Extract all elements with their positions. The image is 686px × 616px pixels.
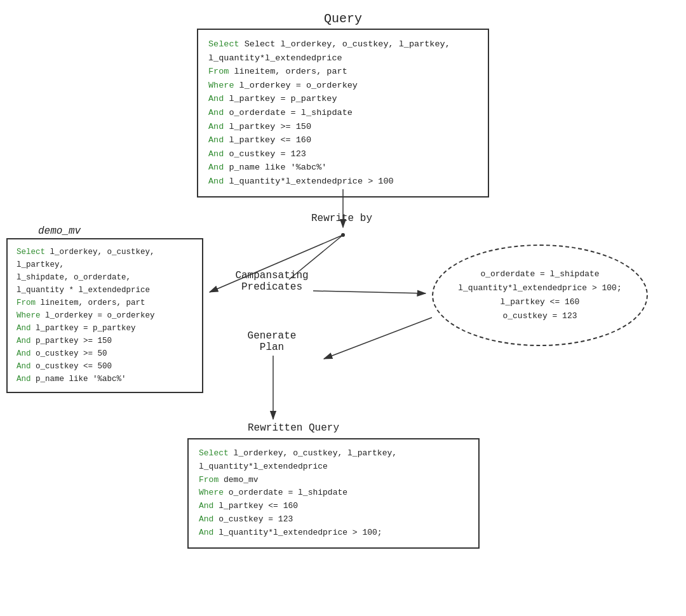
rq-line-3: From demo_mv [199, 474, 468, 487]
ellipse-line-1: o_orderdate = l_shipdate [458, 267, 621, 281]
kw-select: Select [208, 39, 245, 49]
demomv-label: demo_mv [38, 225, 81, 237]
rewritten-query-box: Select l_orderkey, o_custkey, l_partkey,… [187, 438, 480, 549]
svg-line-3 [313, 291, 426, 293]
rq-line-1: Select l_orderkey, o_custkey, l_partkey, [199, 447, 468, 460]
query-line-6: And o_orderdate = l_shipdate [208, 106, 478, 120]
svg-line-4 [324, 318, 432, 359]
mv-line-4: l_quantity * l_extendedprice [17, 284, 193, 297]
query-line-7: And l_partkey >= 150 [208, 120, 478, 134]
rewritten-query-label: Rewritten Query [248, 422, 339, 434]
query-line-4: Where l_orderkey = o_orderkey [208, 79, 478, 93]
mv-line-5: From lineitem, orders, part [17, 297, 193, 309]
query-line-1: Select Select l_orderkey, o_custkey, l_p… [208, 37, 478, 51]
svg-point-6 [341, 233, 345, 237]
rewrite-by-label: Rewrite by [311, 213, 372, 224]
rq-line-5: And l_partkey <= 160 [199, 500, 468, 513]
ellipse-text: o_orderdate = l_shipdate l_quantity*l_ex… [458, 267, 621, 323]
ellipse-line-2: l_quantity*l_extendedprice > 100; [458, 281, 621, 295]
query-line-10: And p_name like '%abc%' [208, 161, 478, 175]
query-line-11: And l_quantity*l_extendedprice > 100 [208, 175, 478, 189]
query-line-3: From lineitem, orders, part [208, 65, 478, 79]
rq-line-6: And o_custkey = 123 [199, 513, 468, 526]
mv-line-2: l_partkey, [17, 258, 193, 271]
mv-line-6: Where l_orderkey = o_orderkey [17, 309, 193, 322]
rq-line-2: l_quantity*l_extendedprice [199, 460, 468, 474]
mv-line-8: And p_partkey >= 150 [17, 335, 193, 347]
query-line-2: l_quantity*l_extendedprice [208, 51, 478, 65]
ellipse-line-4: o_custkey = 123 [458, 309, 621, 323]
mv-line-3: l_shipdate, o_orderdate, [17, 271, 193, 284]
mv-line-9: And o_custkey >= 50 [17, 347, 193, 360]
query-line-8: And l_partkey <= 160 [208, 133, 478, 147]
query-box: Select Select l_orderkey, o_custkey, l_p… [197, 29, 489, 198]
mv-line-7: And l_partkey = p_partkey [17, 322, 193, 335]
mv-line-11: And p_name like '%abc%' [17, 373, 193, 385]
rq-line-7: And l_quantity*l_extendedprice > 100; [199, 526, 468, 540]
query-line-5: And l_partkey = p_partkey [208, 92, 478, 106]
mv-line-1: Select l_orderkey, o_custkey, [17, 246, 193, 258]
compensating-label: CampansatingPredicates [231, 270, 313, 293]
ellipse-line-3: l_partkey <= 160 [458, 295, 621, 309]
query-line-9: And o_custkey = 123 [208, 147, 478, 161]
page-title: Query [0, 11, 686, 26]
demomv-box: Select l_orderkey, o_custkey, l_partkey,… [6, 238, 203, 393]
compensating-predicates-ellipse: o_orderdate = l_shipdate l_quantity*l_ex… [432, 244, 648, 346]
rq-line-4: Where o_orderdate = l_shipdate [199, 486, 468, 500]
generate-label: GeneratePlan [231, 330, 313, 353]
mv-line-10: And o_custkey <= 500 [17, 360, 193, 373]
